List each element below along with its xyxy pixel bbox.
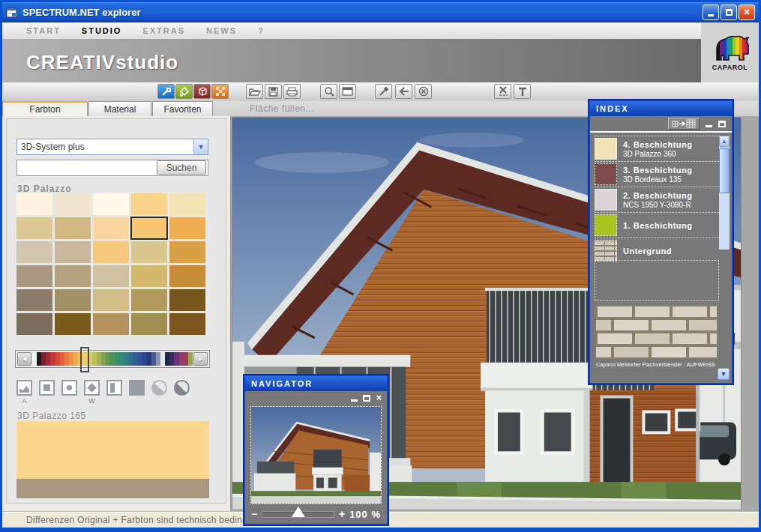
layer-color-swatch[interactable] — [595, 189, 617, 211]
color-swatch[interactable] — [16, 193, 52, 215]
index-layer-row[interactable]: 1. Beschichtung — [595, 212, 719, 238]
navigator-maximize-button[interactable] — [363, 395, 370, 402]
pattern-tool-button[interactable] — [211, 84, 229, 99]
zoom-slider-track[interactable] — [262, 511, 334, 518]
color-swatch[interactable] — [93, 289, 129, 311]
fill-mode-circle-dark-icon[interactable] — [174, 380, 190, 396]
menu-item-news[interactable]: NEWS — [206, 26, 237, 35]
zoom-tool-button[interactable] — [320, 84, 337, 99]
color-swatch[interactable] — [16, 289, 52, 311]
color-swatch[interactable] — [169, 265, 205, 287]
color-swatch[interactable] — [55, 265, 91, 287]
window-view-button[interactable] — [339, 84, 356, 99]
menu-item-extras[interactable]: EXTRAS — [142, 26, 185, 35]
color-swatch[interactable] — [93, 313, 129, 335]
title-bar[interactable]: SPECTRUM.NET explorer ✕ — [2, 2, 759, 22]
tab-farbton[interactable]: Farbton — [2, 101, 88, 116]
scrollbar-thumb[interactable] — [719, 148, 730, 193]
cube-tool-button[interactable] — [193, 84, 211, 99]
color-swatch[interactable] — [55, 241, 91, 263]
index-scrollbar[interactable]: ▲ — [719, 136, 730, 250]
layer-color-swatch[interactable] — [595, 138, 617, 160]
spectrum-right-arrow[interactable]: ► — [193, 352, 208, 366]
layout-transfer-button[interactable] — [668, 118, 700, 130]
open-button[interactable] — [246, 84, 263, 99]
color-swatch[interactable] — [16, 313, 52, 335]
color-system-select[interactable]: 3D-System plus ▼ — [16, 139, 208, 155]
fill-mode-half-icon[interactable] — [106, 380, 122, 396]
spectrum-slider-handle[interactable] — [80, 347, 89, 372]
search-button[interactable]: Suchen — [157, 160, 206, 175]
color-swatch[interactable] — [169, 217, 205, 239]
color-swatch[interactable] — [16, 265, 52, 287]
navigator-titlebar[interactable]: NAVIGATOR — [245, 376, 387, 391]
zoom-in-button[interactable]: + — [339, 510, 345, 519]
tab-favoriten[interactable]: Favoriten — [152, 101, 213, 116]
chevron-down-icon[interactable]: ▼ — [193, 139, 208, 154]
fill-mode-circle-light-icon[interactable] — [151, 380, 167, 396]
spectrum-band[interactable] — [188, 352, 193, 366]
color-swatch[interactable] — [131, 313, 167, 335]
menu-item-start[interactable]: START — [26, 26, 61, 35]
index-layer-row[interactable]: 2. BeschichtungNCS 1950 Y-3080-R — [595, 187, 719, 212]
fill-mode-image-icon[interactable] — [16, 380, 32, 396]
zoom-out-button[interactable]: − — [251, 510, 257, 519]
color-swatch[interactable] — [93, 193, 129, 215]
color-swatch[interactable] — [131, 241, 167, 263]
maximize-button[interactable] — [721, 4, 737, 20]
index-scroll-down-button[interactable]: ▼ — [718, 368, 730, 380]
color-swatch[interactable] — [55, 289, 91, 311]
navigator-thumbnail[interactable] — [250, 406, 382, 504]
color-swatch[interactable] — [169, 241, 205, 263]
index-layer-row[interactable]: 4. Beschichtung3D Palazzo 360 — [595, 136, 719, 161]
print-button[interactable] — [283, 84, 301, 99]
pipette-button[interactable] — [375, 84, 392, 99]
undo-button[interactable] — [395, 84, 412, 99]
color-swatch[interactable] — [131, 193, 167, 215]
layer-color-swatch[interactable] — [595, 214, 617, 236]
color-swatch[interactable] — [93, 241, 129, 263]
color-swatch[interactable] — [169, 289, 205, 311]
tab-material[interactable]: Material — [88, 101, 151, 116]
index-layer-row[interactable]: Untergrund — [595, 238, 719, 263]
color-swatch[interactable] — [93, 217, 129, 239]
color-swatch[interactable] — [55, 193, 91, 215]
fill-mode-solid-icon[interactable] — [129, 380, 145, 396]
menu-item-help[interactable]: ? — [258, 26, 265, 35]
close-button[interactable]: ✕ — [739, 4, 755, 20]
fill-transfer-tool-button[interactable] — [157, 84, 175, 99]
navigator-minimize-button[interactable] — [351, 399, 358, 402]
color-swatch[interactable] — [16, 241, 52, 263]
index-maximize-button[interactable] — [718, 121, 726, 127]
paint-bucket-button[interactable] — [175, 84, 193, 99]
layer-texture-swatch[interactable] — [595, 240, 617, 262]
save-button[interactable] — [265, 84, 282, 99]
color-swatch[interactable] — [169, 193, 205, 215]
delete-selection-button[interactable] — [494, 84, 511, 99]
layer-color-swatch[interactable] — [595, 163, 617, 185]
zoom-slider-handle[interactable] — [292, 507, 305, 517]
scroll-up-icon[interactable]: ▲ — [719, 136, 730, 147]
color-swatch[interactable] — [93, 265, 129, 287]
index-minimize-button[interactable] — [706, 125, 712, 127]
color-swatch[interactable] — [169, 313, 205, 335]
cube-icon — [197, 86, 208, 97]
fill-mode-frame-icon[interactable] — [39, 380, 55, 396]
color-swatch[interactable] — [55, 313, 91, 335]
color-swatch[interactable] — [131, 289, 167, 311]
navigator-close-button[interactable]: × — [376, 394, 382, 402]
color-swatch[interactable] — [131, 217, 167, 239]
index-panel-titlebar[interactable]: INDEX — [590, 101, 732, 116]
color-swatch[interactable] — [131, 265, 167, 287]
color-swatch[interactable] — [55, 217, 91, 239]
minimize-button[interactable] — [703, 4, 719, 20]
menu-item-studio[interactable]: STUDIO — [82, 26, 122, 35]
spectrum-strip[interactable] — [32, 352, 193, 366]
index-layer-row[interactable]: 3. Beschichtung3D Bordeaux 135 — [595, 161, 719, 187]
spectrum-left-arrow[interactable]: ◄ — [17, 352, 31, 366]
color-swatch[interactable] — [16, 217, 52, 239]
fill-mode-diamond-icon[interactable] — [84, 380, 100, 396]
cancel-button[interactable] — [415, 84, 432, 99]
fill-mode-dot-icon[interactable] — [61, 380, 77, 396]
text-tool-button[interactable] — [514, 84, 531, 99]
